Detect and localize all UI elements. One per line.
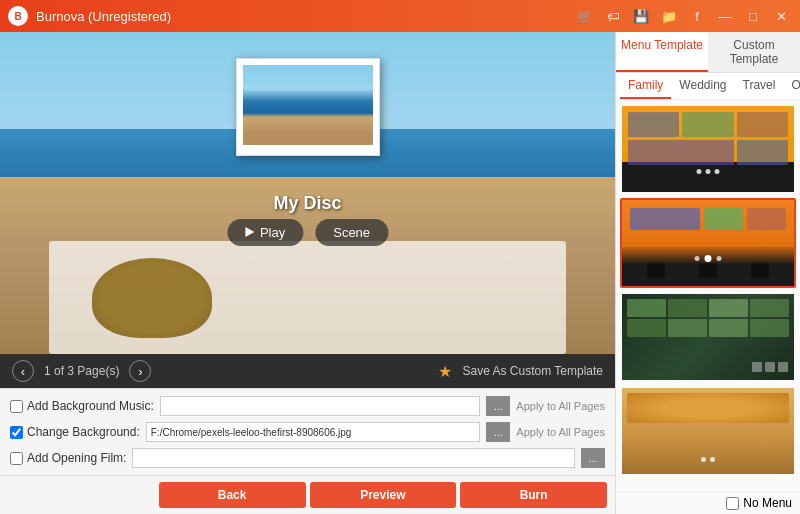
- template-item-1[interactable]: [620, 104, 796, 194]
- preview-background: My Disc Play Scene: [0, 32, 615, 354]
- change-bg-apply[interactable]: Apply to All Pages: [516, 426, 605, 438]
- maximize-icon[interactable]: □: [745, 8, 761, 24]
- opening-film-label: Add Opening Film:: [10, 451, 126, 465]
- tab-family[interactable]: Family: [620, 73, 671, 99]
- opening-film-input[interactable]: [132, 448, 575, 468]
- next-page-button[interactable]: ›: [129, 360, 151, 382]
- stamp-photo: [243, 65, 373, 145]
- tag-icon[interactable]: 🏷: [605, 8, 621, 24]
- window-controls: 🛒 🏷 💾 📁 f — □ ✕: [574, 8, 792, 24]
- change-bg-label: Change Background:: [10, 425, 140, 439]
- disc-buttons: Play Scene: [227, 219, 388, 246]
- action-buttons-row: Back Preview Burn: [0, 475, 615, 514]
- settings-bar: Add Background Music: ... Apply to All P…: [0, 388, 615, 475]
- no-menu-row: No Menu: [616, 491, 800, 514]
- tab-custom-template[interactable]: Custom Template: [708, 32, 800, 72]
- change-bg-row: Change Background: ... Apply to All Page…: [10, 421, 605, 443]
- facebook-icon[interactable]: f: [689, 8, 705, 24]
- right-panel: Menu Template Custom Template Family Wed…: [615, 32, 800, 514]
- play-icon: [245, 227, 254, 237]
- cart-icon[interactable]: 🛒: [577, 8, 593, 24]
- preview-canvas: My Disc Play Scene: [0, 32, 615, 354]
- disk-icon[interactable]: 💾: [633, 8, 649, 24]
- stamp-photo-frame: [236, 58, 380, 156]
- bg-music-input[interactable]: [160, 396, 481, 416]
- page-indicator: 1 of 3 Page(s): [44, 364, 119, 378]
- bg-music-row: Add Background Music: ... Apply to All P…: [10, 395, 605, 417]
- bg-music-checkbox[interactable]: [10, 400, 23, 413]
- template-item-4[interactable]: [620, 386, 796, 476]
- template-list: [616, 100, 800, 491]
- stamp-photo-inner: [243, 65, 373, 145]
- play-button[interactable]: Play: [227, 219, 303, 246]
- folder-icon[interactable]: 📁: [661, 8, 677, 24]
- tab-wedding[interactable]: Wedding: [671, 73, 734, 99]
- category-tab-bar: Family Wedding Travel Others ►: [616, 73, 800, 100]
- beach-basket: [92, 258, 212, 338]
- bg-music-apply[interactable]: Apply to All Pages: [516, 400, 605, 412]
- template-item-3[interactable]: [620, 292, 796, 382]
- change-bg-input[interactable]: [146, 422, 481, 442]
- preview-button[interactable]: Preview: [310, 482, 457, 508]
- no-menu-checkbox[interactable]: [726, 497, 739, 510]
- star-icon: ★: [438, 362, 452, 381]
- tab-travel[interactable]: Travel: [735, 73, 784, 99]
- template-item-2[interactable]: [620, 198, 796, 288]
- app-logo: B: [8, 6, 28, 26]
- settings-section: Add Background Music: ... Apply to All P…: [0, 388, 615, 514]
- opening-film-checkbox[interactable]: [10, 452, 23, 465]
- tab-menu-template[interactable]: Menu Template: [616, 32, 708, 72]
- main-layout: My Disc Play Scene ‹ 1 of 3 Page(s) ›: [0, 32, 800, 514]
- scene-button[interactable]: Scene: [315, 219, 388, 246]
- close-icon[interactable]: ✕: [773, 8, 789, 24]
- bg-music-browse-button[interactable]: ...: [486, 396, 510, 416]
- left-panel: My Disc Play Scene ‹ 1 of 3 Page(s) ›: [0, 32, 615, 514]
- app-title: Burnova (Unregistered): [36, 9, 574, 24]
- no-menu-label: No Menu: [743, 496, 792, 510]
- change-bg-checkbox[interactable]: [10, 426, 23, 439]
- opening-film-browse-button[interactable]: ...: [581, 448, 605, 468]
- opening-film-row: Add Opening Film: ...: [10, 447, 605, 469]
- template-tab-bar: Menu Template Custom Template: [616, 32, 800, 73]
- navigation-bar: ‹ 1 of 3 Page(s) › ★ Save As Custom Temp…: [0, 354, 615, 388]
- change-bg-browse-button[interactable]: ...: [486, 422, 510, 442]
- minimize-icon[interactable]: —: [717, 8, 733, 24]
- prev-page-button[interactable]: ‹: [12, 360, 34, 382]
- tab-others[interactable]: Others: [783, 73, 800, 99]
- burn-button[interactable]: Burn: [460, 482, 607, 508]
- disc-title: My Disc: [273, 193, 341, 214]
- back-button[interactable]: Back: [159, 482, 306, 508]
- bg-music-label: Add Background Music:: [10, 399, 154, 413]
- save-custom-template-button[interactable]: Save As Custom Template: [462, 364, 603, 378]
- title-bar: B Burnova (Unregistered) 🛒 🏷 💾 📁 f — □ ✕: [0, 0, 800, 32]
